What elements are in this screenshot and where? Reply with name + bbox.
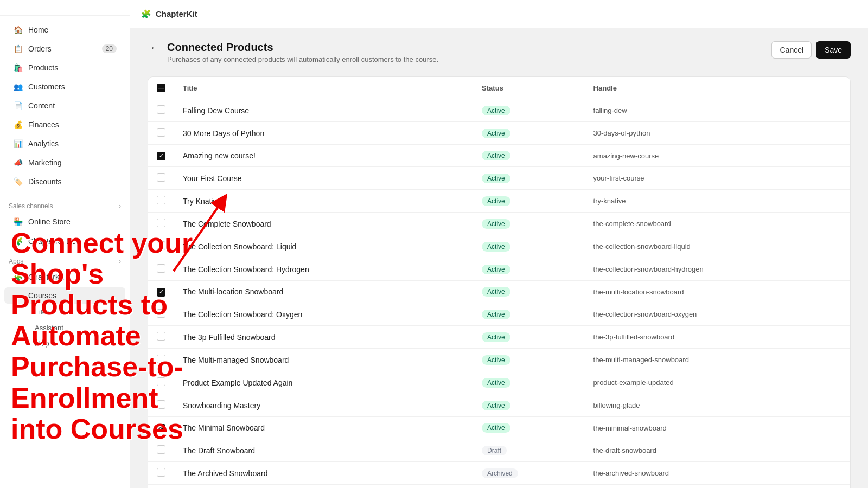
sidebar-item-discounts[interactable]: 🏷️ Discounts <box>4 172 125 191</box>
row-status: Active <box>473 281 584 303</box>
save-button[interactable]: Save <box>816 41 851 59</box>
row-checkbox-cell <box>148 303 174 326</box>
row-checkbox[interactable] <box>157 309 165 318</box>
row-checkbox-cell <box>148 122 174 145</box>
sidebar-item-home[interactable]: 🏠 Home <box>4 21 125 39</box>
row-checkbox[interactable] <box>157 468 165 477</box>
row-status: Active <box>473 371 584 394</box>
row-title: The Archived Snowboard <box>174 462 473 485</box>
row-checkbox[interactable] <box>157 355 165 363</box>
sidebar-sub-help[interactable]: Help <box>4 336 125 351</box>
row-status: Active <box>473 122 584 145</box>
row-status: Active <box>473 99 584 122</box>
products-icon: 🛍️ <box>13 63 23 73</box>
row-checkbox[interactable] <box>157 152 165 160</box>
row-handle: the-collection-snowboard-liquid <box>585 235 850 258</box>
table-row: The Multi-location SnowboardActivethe-mu… <box>148 281 850 303</box>
row-title: Product Example Updated Again <box>174 371 473 394</box>
sidebar-sub-courses[interactable]: Courses <box>4 287 125 304</box>
row-checkbox[interactable] <box>157 241 165 250</box>
cancel-button[interactable]: Cancel <box>771 41 812 59</box>
row-checkbox[interactable] <box>157 128 165 137</box>
row-checkbox[interactable] <box>157 400 165 409</box>
puzzle-icon-dev: 🧩 <box>13 236 23 246</box>
sidebar-sub-files[interactable]: Files <box>4 305 125 319</box>
sidebar-item-online-store[interactable]: 🏪 Online Store <box>4 213 125 231</box>
sidebar-item-chapterkit[interactable]: 🧩 ChapterKit <box>4 268 125 286</box>
topbar-app-name: ChapterKit <box>156 9 197 18</box>
row-checkbox[interactable] <box>157 377 165 386</box>
row-handle: amazing-new-course <box>585 145 850 167</box>
sidebar-item-customers[interactable]: 👥 Customers <box>4 78 125 96</box>
row-handle: product-example-updated <box>585 371 850 394</box>
page-title: Connected Products <box>167 41 438 54</box>
apps-section[interactable]: Apps › <box>0 251 130 267</box>
row-status: Active <box>473 167 584 190</box>
topbar-puzzle-icon: 🧩 <box>141 9 151 19</box>
row-checkbox[interactable] <box>157 219 165 227</box>
products-table-card: Title Status Handle Falling Dew CourseAc… <box>148 76 851 488</box>
row-checkbox[interactable] <box>157 196 165 204</box>
row-status: Active <box>473 258 584 281</box>
marketing-icon: 📣 <box>13 158 23 168</box>
sidebar-item-analytics-label: Analytics <box>28 139 59 148</box>
sidebar-item-finances[interactable]: 💰 Finances <box>4 115 125 134</box>
sidebar-nav: 🏠 Home 📋 Orders 20 🛍️ Products 👥 Custome… <box>0 16 130 196</box>
sidebar-item-products[interactable]: 🛍️ Products <box>4 59 125 77</box>
sidebar-sub-assistant[interactable]: Assistant <box>4 320 125 335</box>
row-checkbox[interactable] <box>157 264 165 273</box>
row-status: Draft <box>473 439 584 462</box>
row-status: Active <box>473 213 584 235</box>
th-status: Status <box>473 77 584 99</box>
sidebar-sub-assistant-label: Assistant <box>35 324 63 332</box>
row-handle: the-collection-snowboard-oxygen <box>585 303 850 326</box>
sidebar-item-content[interactable]: 📄 Content <box>4 97 125 115</box>
row-checkbox[interactable] <box>157 173 165 182</box>
status-badge: Active <box>482 287 510 297</box>
row-status: Active <box>473 349 584 371</box>
row-title: The 3p Fulfilled Snowboard <box>174 326 473 349</box>
sidebar-item-marketing[interactable]: 📣 Marketing <box>4 153 125 172</box>
row-checkbox[interactable] <box>157 445 165 454</box>
row-checkbox[interactable] <box>157 105 165 114</box>
sidebar-item-orders[interactable]: 📋 Orders 20 <box>4 40 125 58</box>
sidebar-item-analytics[interactable]: 📊 Analytics <box>4 134 125 153</box>
row-handle: try-knative <box>585 190 850 213</box>
table-row: Product Example Updated AgainActiveprodu… <box>148 371 850 394</box>
row-title: Try Knative <box>174 190 473 213</box>
table-header: Title Status Handle <box>148 77 850 99</box>
row-checkbox[interactable] <box>157 424 165 433</box>
status-badge: Active <box>482 174 510 183</box>
table-row: Your First CourseActiveyour-first-course <box>148 167 850 190</box>
row-handle: 30-days-of-python <box>585 122 850 145</box>
select-all-checkbox[interactable] <box>157 84 165 92</box>
status-badge: Active <box>482 355 510 365</box>
table-row: 30 More Days of PythonActive30-days-of-p… <box>148 122 850 145</box>
sidebar-item-chapterkit-dev[interactable]: 🧩 ChapterKit Dev <box>4 232 125 251</box>
table-row: The Collection Snowboard: OxygenActiveth… <box>148 303 850 326</box>
page-title-section: Connected Products Purchases of any conn… <box>167 41 438 63</box>
sidebar-item-content-label: Content <box>28 101 55 110</box>
row-checkbox-cell <box>148 462 174 485</box>
status-badge: Draft <box>482 446 507 455</box>
sales-channels-section[interactable]: Sales channels › <box>0 196 130 212</box>
customers-icon: 👥 <box>13 82 23 92</box>
row-handle: the-archived-snowboard <box>585 462 850 485</box>
row-checkbox[interactable] <box>157 288 165 297</box>
sidebar-item-orders-label: Orders <box>28 44 52 53</box>
row-handle: the-complete-snowboard <box>585 213 850 235</box>
row-status: Active <box>473 394 584 417</box>
back-button[interactable]: ← <box>148 41 162 55</box>
sidebar-sub-courses-label: Courses <box>28 291 56 300</box>
status-badge: Active <box>482 106 510 115</box>
row-title: The Complete Snowboard <box>174 213 473 235</box>
row-checkbox-cell <box>148 485 174 489</box>
row-status: Active <box>473 190 584 213</box>
sidebar-online-store-label: Online Store <box>28 217 71 226</box>
table-wrapper: Title Status Handle Falling Dew CourseAc… <box>148 77 850 488</box>
table-row: The Archived SnowboardArchivedthe-archiv… <box>148 462 850 485</box>
table-row: Snowboarding MasteryActivebillowing-glad… <box>148 394 850 417</box>
row-checkbox[interactable] <box>157 332 165 341</box>
row-status: Active <box>473 326 584 349</box>
row-checkbox-cell <box>148 258 174 281</box>
